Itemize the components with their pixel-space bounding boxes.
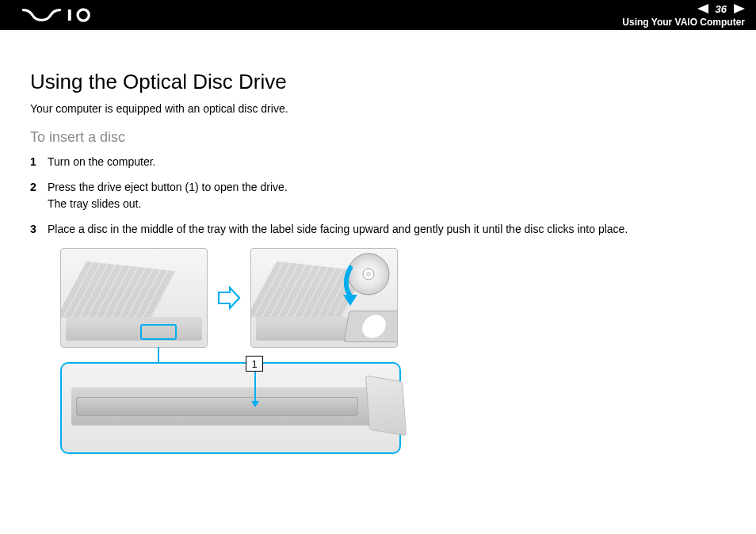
section-title: Using Your VAIO Computer (622, 17, 745, 28)
content-area: Using the Optical Disc Drive Your comput… (0, 30, 756, 470)
callout-label: 1 (246, 356, 263, 372)
illustration: 1 (60, 248, 456, 454)
step-text: Press the drive eject button (1) to open… (48, 179, 726, 212)
step-number: 2 (30, 179, 48, 195)
eject-button-highlight (140, 324, 177, 340)
page-number: 36 (716, 3, 727, 15)
svg-marker-8 (343, 295, 357, 306)
svg-marker-4 (219, 288, 239, 308)
insert-arrow-icon (337, 265, 364, 311)
subtitle: To insert a disc (30, 129, 726, 146)
step-number: 1 (30, 154, 48, 170)
page-root: 36 Using Your VAIO Computer Using the Op… (0, 0, 756, 534)
header-right: 36 Using Your VAIO Computer (622, 3, 745, 28)
step-number: 3 (30, 221, 48, 237)
step-item: 2 Press the drive eject button (1) to op… (30, 179, 726, 212)
illustration-top-row (60, 248, 456, 348)
svg-point-7 (366, 272, 371, 277)
page-title: Using the Optical Disc Drive (30, 70, 726, 94)
svg-marker-2 (697, 4, 708, 13)
laptop-open-tray (250, 248, 398, 348)
steps-list: 1 Turn on the computer. 2 Press the driv… (30, 154, 726, 237)
laptop-closed-tray (60, 248, 208, 348)
disc-tray (343, 311, 398, 342)
step-text: Turn on the computer. (48, 154, 726, 170)
nav-prev-icon[interactable] (697, 4, 708, 13)
side-view-drive (71, 387, 377, 425)
svg-rect-0 (68, 10, 71, 21)
brand-logo (14, 8, 101, 22)
step-text: Place a disc in the middle of the tray w… (48, 221, 726, 237)
callout-pointer (254, 372, 256, 406)
arrow-right-icon (216, 284, 242, 311)
svg-marker-3 (734, 4, 745, 13)
step-item: 3 Place a disc in the middle of the tray… (30, 221, 726, 237)
nav-next-icon[interactable] (734, 4, 745, 13)
step-item: 1 Turn on the computer. (30, 154, 726, 170)
side-view-flap (365, 376, 407, 437)
header-bar: 36 Using Your VAIO Computer (0, 0, 756, 30)
intro-text: Your computer is equipped with an optica… (30, 102, 726, 115)
side-view-panel: 1 (60, 362, 401, 454)
svg-point-1 (78, 10, 89, 21)
